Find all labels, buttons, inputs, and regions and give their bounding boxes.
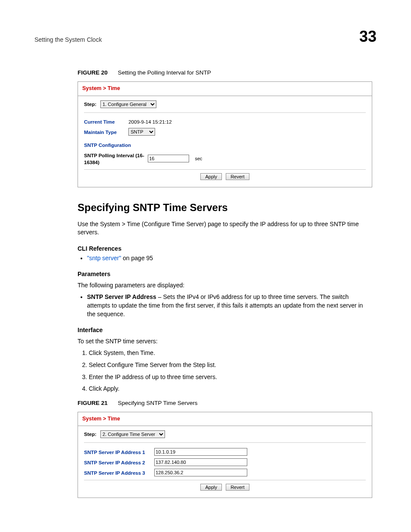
apply-button-fig21[interactable]: Apply <box>200 484 222 491</box>
current-time-label: Current Time <box>84 118 127 125</box>
interface-steps: Click System, then Time. Select Configur… <box>78 349 372 393</box>
figure20-label: FIGURE 20 <box>78 69 108 76</box>
figure21-label: FIGURE 21 <box>78 400 108 406</box>
addr1-label: SNTP Server IP Address 1 <box>84 449 153 456</box>
revert-button-fig20[interactable]: Revert <box>226 173 249 180</box>
interface-heading: Interface <box>78 326 372 335</box>
addr3-input[interactable] <box>154 469 247 476</box>
figure20-panel: System > Time Step: 1. Configure General… <box>78 81 372 187</box>
parameter-item: SNTP Server IP Address – Sets the IPv4 o… <box>87 293 372 318</box>
parameters-heading: Parameters <box>78 270 372 279</box>
poll-interval-input[interactable] <box>148 155 189 162</box>
current-time-value: 2009-9-14 15:21:12 <box>128 118 171 125</box>
figure20-caption: FIGURE 20 Setting the Polling Interval f… <box>78 69 372 77</box>
revert-button-fig21[interactable]: Revert <box>226 484 249 491</box>
parameters-intro: The following parameters are displayed: <box>78 281 372 290</box>
apply-button-fig20[interactable]: Apply <box>200 173 222 180</box>
step-label-fig20: Step: <box>84 102 97 107</box>
addr1-input[interactable] <box>154 448 247 456</box>
figure21-caption: FIGURE 21 Specifying SNTP Time Servers <box>78 399 372 408</box>
maintain-type-select[interactable]: SNTP <box>128 128 155 136</box>
maintain-type-label: Maintain Type <box>84 129 127 136</box>
step-select-fig20[interactable]: 1. Configure General <box>100 100 156 108</box>
panel-title-fig20: System > Time <box>78 82 372 96</box>
panel-title-fig21: System > Time <box>78 412 372 426</box>
page-number-top: 33 <box>359 26 377 47</box>
step-select-fig21[interactable]: 2. Configure Time Server <box>100 430 165 438</box>
cli-link-suffix: on page 95 <box>121 255 153 261</box>
figure21-panel: System > Time Step: 2. Configure Time Se… <box>78 412 372 498</box>
addr2-input[interactable] <box>154 458 247 466</box>
parameter-name: SNTP Server IP Address <box>87 293 156 300</box>
sntp-config-header: SNTP Configuration <box>84 142 366 149</box>
interface-step: Click System, then Time. <box>89 349 372 358</box>
section-intro: Use the System > Time (Configure Time Se… <box>78 220 372 237</box>
poll-interval-label: SNTP Polling Interval (16-16384) <box>84 152 146 166</box>
step-label-fig21: Step: <box>84 432 97 437</box>
interface-step: Click Apply. <box>89 385 372 393</box>
figure21-caption-text: Specifying SNTP Time Servers <box>118 400 198 406</box>
addr2-label: SNTP Server IP Address 2 <box>84 459 153 466</box>
page-header-left: Setting the System Clock <box>34 36 102 44</box>
cli-references-heading: CLI References <box>78 245 372 253</box>
cli-reference-item: "sntp server" on page 95 <box>87 254 372 263</box>
interface-step: Enter the IP address of up to three time… <box>89 373 372 382</box>
interface-step: Select Configure Time Server from the St… <box>89 361 372 370</box>
sntp-server-link[interactable]: "sntp server" <box>87 255 121 261</box>
section-heading: Specifying SNTP Time Servers <box>78 200 372 215</box>
poll-unit: sec <box>195 156 202 161</box>
addr3-label: SNTP Server IP Address 3 <box>84 470 153 476</box>
figure20-caption-text: Setting the Polling Interval for SNTP <box>118 69 211 76</box>
interface-intro: To set the SNTP time servers: <box>78 337 372 346</box>
